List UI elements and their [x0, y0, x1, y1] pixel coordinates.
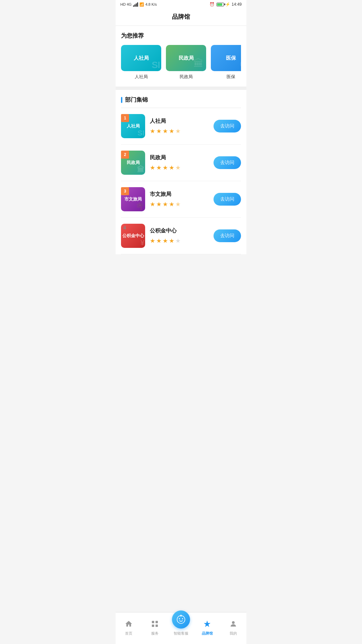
dept-heading: 部门集锦: [121, 96, 241, 104]
star: ★: [156, 127, 162, 135]
dept-thumb-label-4: 公积金中心: [122, 233, 144, 239]
star: ★: [169, 237, 174, 245]
star-half: ★: [175, 164, 181, 171]
nav-brand-label: 品牌馆: [202, 631, 213, 636]
svg-rect-1: [156, 621, 158, 623]
star: ★: [163, 164, 168, 171]
dept-item-2: 2 民政局 🏛 民政局 ★ ★ ★ ★ ★ 去访问: [121, 145, 241, 181]
signal-icon: [133, 2, 138, 7]
star: ★: [169, 164, 174, 171]
nav-mine-label: 我的: [230, 631, 237, 636]
clock: 14:49: [232, 2, 242, 7]
dept-stars-4: ★ ★ ★ ★ ★: [150, 237, 209, 245]
rank-badge-2: 2: [121, 151, 129, 159]
star: ★: [163, 201, 168, 208]
dept-thumb-watermark-3: 🌴: [135, 202, 144, 211]
svg-rect-2: [152, 625, 154, 627]
rec-card-2[interactable]: 民政局 🏛: [166, 45, 206, 71]
recommended-section: 为您推荐 人社局 SI 人社局 民政局 🏛 民政局 医保 ◎ 医保: [116, 26, 246, 87]
dept-thumb-label-2: 民政局: [127, 160, 140, 166]
rec-card-3[interactable]: 医保 ◎: [211, 45, 241, 71]
dept-name-4: 公积金中心: [150, 227, 209, 234]
rank-badge-3: 3: [121, 187, 129, 195]
svg-point-4: [177, 615, 185, 623]
rec-card-label-3: 医保: [226, 55, 236, 61]
star: ★: [156, 164, 162, 171]
department-section: 部门集锦 1 人社局 SI 人社局 ★ ★ ★ ★ ★ 去访问 2: [116, 90, 246, 254]
nav-home[interactable]: 首页: [116, 620, 142, 636]
dept-stars-1: ★ ★ ★ ★ ★: [150, 127, 209, 135]
dept-info-3: 市文旅局 ★ ★ ★ ★ ★: [150, 191, 209, 208]
page-title: 品牌馆: [172, 13, 190, 20]
dept-info-1: 人社局 ★ ★ ★ ★ ★: [150, 118, 209, 135]
rec-watermark-1: SI: [152, 60, 160, 70]
status-bar: HD 4G 📶 4.8 K/s ⏰ ⚡ 14:49: [116, 0, 246, 9]
rec-item-3[interactable]: 医保 ◎ 医保: [211, 45, 241, 80]
dept-item-3: 3 市文旅局 🌴 市文旅局 ★ ★ ★ ★ ★ 去访问: [121, 181, 241, 218]
dept-info-4: 公积金中心 ★ ★ ★ ★ ★: [150, 227, 209, 245]
wifi-icon: 📶: [139, 2, 144, 7]
star: ★: [163, 127, 168, 135]
dept-thumb-watermark-4: ¥: [140, 238, 144, 247]
dept-name-2: 民政局: [150, 154, 209, 161]
rec-name-3: 医保: [227, 74, 235, 80]
nav-ai[interactable]: 智能客服: [168, 610, 194, 636]
dept-name-1: 人社局: [150, 118, 209, 125]
network-type: HD 4G: [120, 2, 132, 6]
rec-icon-2: 🏛: [193, 58, 203, 69]
brand-icon: [203, 620, 211, 630]
nav-brand[interactable]: 品牌馆: [194, 620, 220, 636]
visit-button-3[interactable]: 去访问: [214, 193, 241, 206]
dept-name-3: 市文旅局: [150, 191, 209, 198]
svg-rect-0: [152, 621, 154, 623]
dept-info-2: 民政局 ★ ★ ★ ★ ★: [150, 154, 209, 171]
heading-bar-icon: [121, 97, 122, 103]
dept-thumb-watermark-2: 🏛: [137, 165, 144, 174]
nav-services[interactable]: 服务: [142, 620, 168, 636]
svg-point-6: [182, 618, 183, 620]
services-icon: [151, 620, 159, 630]
status-left: HD 4G 📶 4.8 K/s: [120, 2, 157, 7]
star: ★: [150, 164, 155, 171]
rank-badge-1: 1: [121, 114, 129, 122]
star: ★: [163, 237, 168, 245]
bottom-nav: 首页 服务 智能客服 品牌馆 我的: [116, 612, 246, 644]
status-right: ⏰ ⚡ 14:49: [209, 2, 242, 7]
nav-mine[interactable]: 我的: [220, 620, 246, 636]
star-half: ★: [175, 127, 181, 135]
visit-button-1[interactable]: 去访问: [214, 120, 241, 132]
dept-stars-2: ★ ★ ★ ★ ★: [150, 164, 209, 171]
star: ★: [150, 237, 155, 245]
star-half: ★: [175, 201, 181, 208]
recommended-scroll: 人社局 SI 人社局 民政局 🏛 民政局 医保 ◎ 医保: [121, 45, 241, 80]
nav-services-label: 服务: [151, 631, 159, 636]
battery-icon: [217, 3, 224, 6]
svg-point-5: [179, 618, 180, 620]
rank-badge-4: 4: [121, 224, 128, 231]
visit-button-4[interactable]: 去访问: [214, 229, 241, 242]
rec-name-2: 民政局: [180, 74, 193, 80]
dept-item-1: 1 人社局 SI 人社局 ★ ★ ★ ★ ★ 去访问: [121, 108, 241, 145]
nav-home-label: 首页: [125, 631, 132, 636]
recommended-heading: 为您推荐: [121, 32, 241, 40]
dept-thumb-watermark-1: SI: [137, 129, 144, 138]
rec-item-1[interactable]: 人社局 SI 人社局: [121, 45, 161, 80]
star: ★: [150, 127, 155, 135]
svg-rect-3: [156, 625, 158, 627]
visit-button-2[interactable]: 去访问: [214, 156, 241, 169]
ai-button-circle[interactable]: [172, 610, 190, 629]
rec-card-label-2: 民政局: [179, 55, 194, 61]
svg-point-8: [232, 621, 235, 624]
alarm-icon: ⏰: [209, 2, 215, 7]
star: ★: [150, 201, 155, 208]
rec-card-1[interactable]: 人社局 SI: [121, 45, 161, 71]
rec-item-2[interactable]: 民政局 🏛 民政局: [166, 45, 206, 80]
dept-stars-3: ★ ★ ★ ★ ★: [150, 201, 209, 208]
section-divider: [116, 87, 246, 90]
dept-item-4: 4 公积金中心 ¥ 公积金中心 ★ ★ ★ ★ ★ 去访问: [121, 218, 241, 254]
rec-name-1: 人社局: [135, 74, 148, 80]
rec-icon-3: ◎: [240, 57, 241, 69]
dept-thumb-label-3: 市文旅局: [124, 197, 142, 202]
star-empty: ★: [175, 237, 181, 245]
dept-thumb-label-1: 人社局: [127, 123, 140, 129]
